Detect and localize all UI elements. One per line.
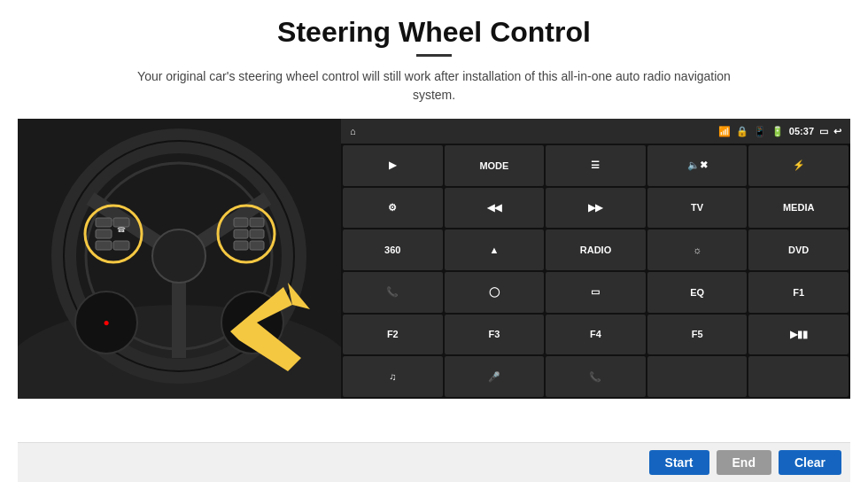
btn-f1[interactable]: F1 — [748, 272, 849, 313]
btn-radio[interactable]: RADIO — [546, 229, 646, 270]
btn-brightness[interactable]: ☼ — [647, 229, 748, 270]
svg-rect-21 — [234, 218, 248, 227]
mic-icon: 🎤 — [488, 371, 500, 383]
end-button[interactable]: End — [717, 450, 771, 475]
button-grid: ▶ MODE ☰ 🔈✖ ⚡ ⚙ ◀◀ ▶▶ TV MEDIA 360 ▲ RAD… — [341, 144, 850, 399]
btn-music[interactable]: ♫ — [343, 356, 443, 397]
svg-rect-25 — [234, 241, 248, 250]
mode-label: MODE — [479, 160, 508, 171]
radio-label: RADIO — [580, 245, 611, 255]
phone-icon: 📞 — [386, 286, 399, 298]
prev-icon: ◀◀ — [487, 202, 501, 214]
btn-screen[interactable]: ▭ — [546, 272, 646, 313]
svg-rect-18 — [113, 241, 129, 250]
svg-rect-16 — [96, 241, 112, 250]
btn-eject[interactable]: ▲ — [445, 229, 545, 270]
call-icon: 📞 — [589, 371, 601, 383]
home-icon: ⌂ — [350, 126, 356, 136]
mute-icon: 🔈✖ — [687, 159, 708, 171]
btn-mute[interactable]: 🔈✖ — [647, 145, 748, 186]
svg-rect-23 — [234, 229, 248, 238]
music-icon: ♫ — [389, 371, 396, 382]
btn-play-pause[interactable]: ▶▮▮ — [748, 315, 849, 355]
btn-call[interactable]: 📞 — [546, 356, 646, 397]
list-icon: ☰ — [591, 159, 600, 171]
eq-label: EQ — [690, 287, 704, 298]
f3-label: F3 — [488, 329, 500, 339]
wifi-icon: 📶 — [718, 126, 731, 137]
page-title: Steering Wheel Control — [277, 16, 591, 49]
back-icon: ↩ — [833, 126, 841, 137]
steering-wheel-image: ● ○ ☎ — [18, 119, 341, 399]
content-row: ● ○ ☎ — [18, 119, 850, 399]
btn-dvd[interactable]: DVD — [748, 229, 849, 270]
btn-f3[interactable]: F3 — [445, 315, 545, 355]
play-pause-icon: ▶▮▮ — [790, 329, 808, 340]
btn-gps[interactable]: ◯ — [445, 272, 545, 313]
btn-phone[interactable]: 📞 — [343, 272, 443, 313]
btn-empty-2 — [748, 356, 849, 397]
dvd-label: DVD — [788, 245, 809, 255]
btn-mode[interactable]: MODE — [445, 145, 545, 186]
svg-text:●: ● — [103, 316, 109, 329]
svg-rect-24 — [250, 229, 264, 238]
status-bar: ⌂ 📶 🔒 📱 🔋 05:37 ▭ ↩ — [341, 119, 850, 144]
svg-rect-26 — [250, 241, 264, 250]
btn-nav[interactable]: ▶ — [343, 145, 443, 186]
btn-prev[interactable]: ◀◀ — [445, 188, 545, 229]
nav-icon: ▶ — [389, 159, 396, 171]
next-icon: ▶▶ — [588, 202, 602, 214]
btn-tv[interactable]: TV — [647, 188, 748, 229]
status-bar-right: 📶 🔒 📱 🔋 05:37 ▭ ↩ — [718, 126, 841, 137]
btn-list[interactable]: ☰ — [546, 145, 646, 186]
title-divider — [416, 54, 452, 57]
svg-point-8 — [152, 229, 205, 283]
svg-rect-15 — [96, 229, 112, 238]
btn-f4[interactable]: F4 — [546, 315, 646, 355]
f1-label: F1 — [793, 287, 804, 298]
btn-mic[interactable]: 🎤 — [445, 356, 545, 397]
btn-360[interactable]: 360 — [343, 229, 443, 270]
bt-icon: 🔋 — [771, 126, 784, 137]
lock-icon: 🔒 — [736, 126, 748, 137]
bottom-bar: Start End Clear — [18, 442, 850, 482]
btn-eq[interactable]: EQ — [647, 272, 748, 313]
btn-media[interactable]: MEDIA — [748, 188, 849, 229]
svg-rect-14 — [96, 218, 112, 227]
time-display: 05:37 — [789, 126, 814, 136]
apps-icon: ⚡ — [793, 159, 805, 171]
btn-apps[interactable]: ⚡ — [748, 145, 849, 186]
btn-f2[interactable]: F2 — [343, 315, 443, 355]
btn-empty-1 — [647, 356, 748, 397]
status-bar-left: ⌂ — [350, 126, 356, 136]
sim-icon: 📱 — [754, 126, 766, 137]
page-subtitle: Your original car's steering wheel contr… — [124, 67, 744, 105]
btn-settings[interactable]: ⚙ — [343, 188, 443, 229]
screen-rect-icon: ▭ — [591, 286, 600, 298]
btn-next[interactable]: ▶▶ — [546, 188, 646, 229]
360-label: 360 — [384, 245, 400, 255]
clear-button[interactable]: Clear — [779, 450, 841, 475]
tv-label: TV — [691, 202, 703, 213]
gps-icon: ◯ — [489, 286, 500, 298]
f4-label: F4 — [590, 329, 601, 339]
page-container: Steering Wheel Control Your original car… — [0, 0, 868, 482]
media-label: MEDIA — [783, 202, 814, 213]
brightness-icon: ☼ — [693, 245, 701, 255]
start-button[interactable]: Start — [649, 450, 709, 475]
head-unit-panel: ⌂ 📶 🔒 📱 🔋 05:37 ▭ ↩ ▶ MODE ☰ 🔈✖ — [341, 119, 850, 399]
f2-label: F2 — [387, 329, 399, 339]
settings-icon: ⚙ — [388, 202, 397, 214]
svg-text:☎: ☎ — [117, 226, 126, 234]
btn-f5[interactable]: F5 — [647, 315, 748, 355]
screen-icon: ▭ — [819, 126, 828, 137]
f5-label: F5 — [692, 329, 703, 339]
svg-rect-22 — [250, 218, 264, 227]
eject-icon: ▲ — [489, 245, 499, 255]
